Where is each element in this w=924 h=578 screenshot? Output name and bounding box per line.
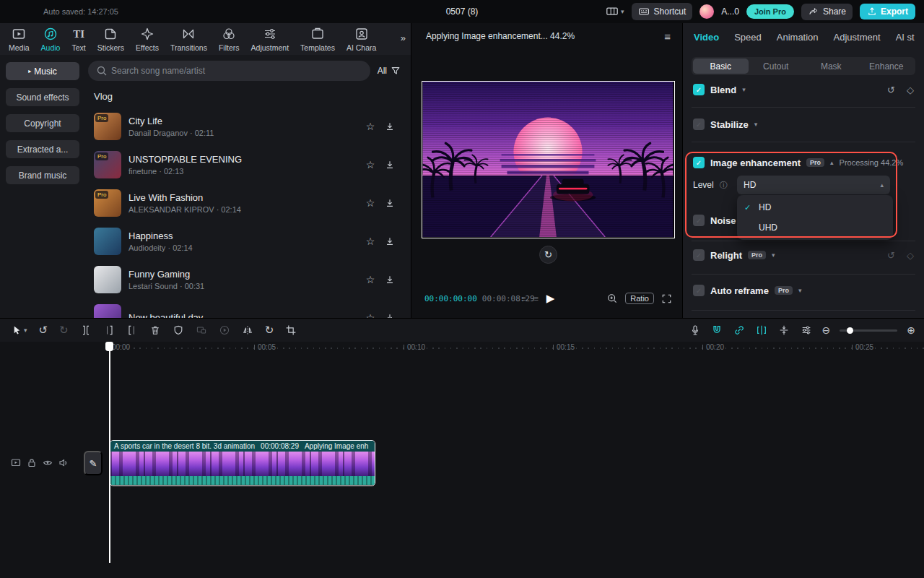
picture-in-picture-button[interactable] — [196, 324, 207, 336]
share-button[interactable]: Share — [801, 4, 853, 20]
zoom-in-button[interactable]: ⊕ — [907, 324, 915, 336]
edit-cover-button[interactable]: ✎ — [84, 451, 103, 475]
stabilize-checkbox[interactable]: ✓ — [693, 118, 705, 130]
frame-forward-icon[interactable]: ≡ — [533, 294, 538, 303]
noise-reduction-checkbox[interactable]: ✓ — [693, 215, 705, 226]
download-icon[interactable] — [385, 313, 396, 319]
stabilize-row[interactable]: ✓ Stabilize ▾ — [693, 111, 914, 137]
player-menu-icon[interactable]: ≡ — [664, 30, 671, 43]
tab-ai-style[interactable]: AI st — [896, 32, 915, 43]
undo-button[interactable]: ↺ — [39, 324, 48, 337]
category-copyright[interactable]: Copyright — [6, 114, 79, 132]
mirror-button[interactable] — [242, 324, 253, 336]
subtab-mask[interactable]: Mask — [803, 59, 859, 74]
frame-back-icon[interactable]: ≡ — [521, 294, 526, 303]
dropdown-option-hd[interactable]: ✓ HD — [737, 197, 893, 217]
favorite-icon[interactable]: ☆ — [365, 236, 376, 247]
nav-tab-ai-character[interactable]: AI Chara — [341, 23, 382, 55]
zoom-out-button[interactable]: ⊖ — [822, 324, 831, 336]
playhead[interactable] — [109, 342, 110, 563]
song-row[interactable]: Pro City LifeDanail Draganov · 02:11 ☆ — [88, 107, 404, 145]
track-lock-icon[interactable] — [27, 457, 37, 468]
video-preview[interactable] — [422, 81, 675, 238]
nav-tab-text[interactable]: TI Text — [66, 23, 91, 55]
favorite-icon[interactable]: ☆ — [365, 312, 376, 319]
preview-axis-toggle[interactable] — [755, 324, 768, 336]
magnetic-snap-toggle[interactable] — [710, 324, 723, 336]
subtab-cutout[interactable]: Cutout — [749, 59, 804, 74]
redo-button[interactable]: ↻ — [59, 324, 69, 337]
download-icon[interactable] — [385, 160, 396, 170]
nav-tab-templates[interactable]: Templates — [295, 23, 341, 55]
download-icon[interactable] — [385, 275, 396, 285]
tab-video[interactable]: Video — [694, 32, 719, 43]
download-icon[interactable] — [385, 121, 396, 131]
track-mute-icon[interactable] — [58, 457, 69, 468]
song-row[interactable]: New beautiful day ☆ — [88, 298, 404, 318]
nav-tab-stickers[interactable]: Stickers — [92, 23, 130, 55]
crop-button[interactable] — [285, 324, 297, 336]
favorite-icon[interactable]: ☆ — [365, 274, 376, 285]
export-button[interactable]: Export — [860, 4, 915, 20]
search-input[interactable] — [88, 61, 370, 81]
song-row[interactable]: Pro UNSTOPPABLE EVENINGfinetune · 02:13 … — [88, 145, 404, 184]
nav-tab-adjustment[interactable]: Adjustment — [245, 23, 295, 55]
blend-row[interactable]: ✓ Blend ▾ ↺ ◇ — [693, 77, 914, 103]
subtab-enhance[interactable]: Enhance — [859, 59, 915, 74]
nav-tab-audio[interactable]: Audio — [35, 23, 66, 55]
voiceover-button[interactable] — [689, 324, 701, 336]
reset-icon[interactable]: ↺ — [887, 85, 895, 95]
category-extracted-audio[interactable]: Extracted a... — [6, 140, 79, 158]
track-visibility-icon[interactable] — [43, 457, 53, 468]
layout-switch-button[interactable]: ▾ — [606, 5, 624, 18]
tab-animation[interactable]: Animation — [777, 32, 819, 43]
song-row[interactable]: Funny GamingLestari Sound · 00:31 ☆ — [88, 260, 404, 298]
rotate-preview-button[interactable]: ↻ — [539, 246, 557, 264]
nav-tab-transitions[interactable]: Transitions — [165, 23, 213, 55]
select-tool-button[interactable]: ▾ — [12, 325, 27, 336]
relight-row[interactable]: ✓ Relight Pro ▾ ↺ ◇ — [693, 244, 914, 266]
linkage-toggle[interactable] — [733, 324, 746, 336]
track-cover-icon[interactable] — [11, 457, 21, 468]
join-pro-button[interactable]: Join Pro — [746, 4, 794, 19]
delete-right-button[interactable] — [126, 324, 138, 336]
keyframe-icon[interactable]: ◇ — [907, 250, 914, 261]
song-row[interactable]: Pro Live With FashionALEKSANDAR KIPROV ·… — [88, 184, 404, 222]
level-select[interactable]: HD ▴ — [737, 176, 890, 194]
nav-tab-filters[interactable]: Filters — [213, 23, 245, 55]
preview-play-button[interactable] — [219, 324, 230, 336]
freeze-frame-button[interactable] — [173, 324, 184, 336]
category-sound-effects[interactable]: Sound effects — [6, 88, 79, 106]
dropdown-option-uhd[interactable]: UHD — [737, 217, 893, 238]
expand-tabs-button[interactable]: » — [401, 33, 406, 43]
nav-tab-media[interactable]: Media — [3, 23, 35, 55]
song-row[interactable]: HappinessAudiodeity · 02:14 ☆ — [88, 222, 404, 260]
fullscreen-icon[interactable] — [661, 293, 672, 304]
snapping-toggle[interactable] — [777, 324, 790, 336]
nav-tab-effects[interactable]: Effects — [130, 23, 165, 55]
timeline-zoom-slider[interactable] — [840, 329, 897, 332]
split-button[interactable] — [80, 324, 92, 336]
download-icon[interactable] — [385, 236, 396, 246]
relight-checkbox[interactable]: ✓ — [693, 249, 705, 261]
ratio-button[interactable]: Ratio — [625, 293, 654, 304]
image-enhancement-checkbox[interactable]: ✓ — [693, 157, 705, 168]
delete-button[interactable] — [149, 324, 161, 336]
keyframe-icon[interactable]: ◇ — [907, 85, 914, 95]
category-music[interactable]: ▸Music — [6, 62, 79, 80]
favorite-icon[interactable]: ☆ — [365, 197, 376, 209]
timeline-clip[interactable]: A sports car in the desert 8 bit. 3d ani… — [110, 440, 375, 486]
shortcut-button[interactable]: Shortcut — [632, 3, 693, 20]
image-enhancement-row[interactable]: ✓ Image enhancement Pro ▴ Processing 44.… — [693, 153, 914, 172]
favorite-icon[interactable]: ☆ — [365, 121, 376, 132]
tab-adjustment[interactable]: Adjustment — [834, 32, 881, 43]
download-icon[interactable] — [385, 198, 396, 208]
category-brand-music[interactable]: Brand music — [6, 166, 79, 184]
delete-left-button[interactable] — [103, 324, 115, 336]
play-button[interactable]: ▶ — [546, 292, 555, 305]
blend-checkbox[interactable]: ✓ — [693, 84, 705, 95]
filter-button[interactable]: All — [378, 66, 404, 76]
zoom-slider-handle[interactable] — [847, 327, 853, 334]
auto-reframe-checkbox[interactable]: ✓ — [693, 285, 705, 296]
favorite-icon[interactable]: ☆ — [365, 159, 376, 171]
